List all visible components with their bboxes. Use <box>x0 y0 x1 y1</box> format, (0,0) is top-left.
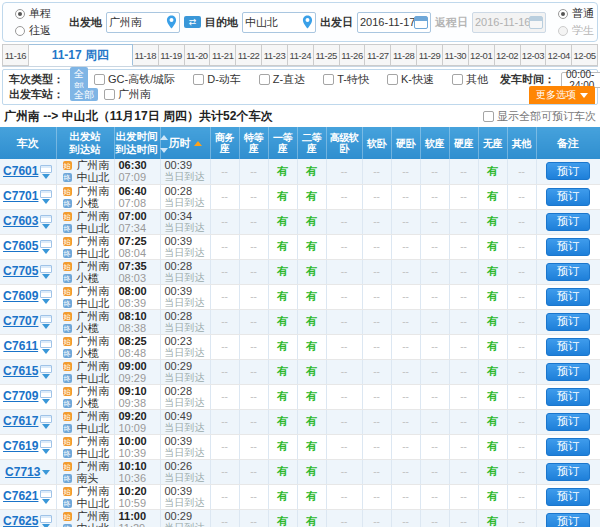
book-button-C7713[interactable]: 预订 <box>546 463 590 481</box>
normal-ticket-radio[interactable]: 普通 <box>558 6 594 21</box>
expand-caret-icon[interactable] <box>42 324 50 329</box>
student-ticket-radio[interactable]: 学生 <box>558 23 594 38</box>
radio-checked-icon <box>15 9 25 19</box>
date-tab-11-18[interactable]: 11-18 <box>133 44 159 66</box>
date-tab-11-17[interactable]: 11-17 周四 <box>29 44 133 66</box>
search-fields: 出发地 ⇄ 目的地 出发日 返程日 <box>69 12 546 33</box>
location-pin-icon[interactable] <box>166 15 177 29</box>
date-tab-12-04[interactable]: 12-04 <box>546 44 572 66</box>
train-link-C7707[interactable]: C7707 <box>3 314 38 328</box>
more-options-label: 更多选项 <box>536 88 576 102</box>
from-input[interactable] <box>109 16 166 28</box>
expand-caret-icon[interactable] <box>42 274 50 279</box>
expand-caret-icon[interactable] <box>42 174 50 179</box>
book-button-C7709[interactable]: 预订 <box>546 388 590 406</box>
train-link-C7609[interactable]: C7609 <box>3 289 38 303</box>
expand-caret-icon[interactable] <box>42 299 50 304</box>
expand-caret-icon[interactable] <box>42 449 50 454</box>
duration: 00:28 <box>161 385 210 397</box>
date-tab-11-26[interactable]: 11-26 <box>340 44 366 66</box>
train-type-filter[interactable]: T-特快 <box>323 72 369 87</box>
seat-特等座: -- <box>239 184 268 209</box>
book-button-C7609[interactable]: 预订 <box>546 288 590 306</box>
date-tab-11-19[interactable]: 11-19 <box>159 44 185 66</box>
date-tab-12-02[interactable]: 12-02 <box>495 44 521 66</box>
book-button-C7603[interactable]: 预订 <box>546 213 590 231</box>
train-type-filter[interactable]: K-快速 <box>387 72 434 87</box>
book-button-C7601[interactable]: 预订 <box>546 162 590 180</box>
col-times-sort[interactable]: 出发时间 到达时间 <box>114 127 160 159</box>
book-button-C7625[interactable]: 预订 <box>546 513 590 527</box>
train-link-C7605[interactable]: C7605 <box>3 239 38 253</box>
book-button-C7701[interactable]: 预订 <box>546 188 590 206</box>
arrive-time: 07:34 <box>115 222 160 234</box>
id-card-icon <box>40 440 52 448</box>
date-tab-11-23[interactable]: 11-23 <box>262 44 288 66</box>
train-link-C7713[interactable]: C7713 <box>5 465 40 479</box>
more-options-button[interactable]: 更多选项 <box>529 86 595 104</box>
book-button-C7705[interactable]: 预订 <box>546 263 590 281</box>
train-link-C7615[interactable]: C7615 <box>3 364 38 378</box>
expand-caret-icon[interactable] <box>42 470 50 475</box>
date-tab-11-16[interactable]: 11-16 <box>2 44 29 66</box>
date-tab-11-20[interactable]: 11-20 <box>185 44 211 66</box>
expand-caret-icon[interactable] <box>42 399 50 404</box>
book-button-C7611[interactable]: 预订 <box>546 338 590 356</box>
date-tab-11-25[interactable]: 11-25 <box>314 44 340 66</box>
show-all-checkbox[interactable]: 显示全部可预订车次 <box>483 109 596 124</box>
depart-time: 10:20 <box>115 485 160 497</box>
col-duration-sort[interactable]: 历时 <box>160 127 210 159</box>
date-tab-12-03[interactable]: 12-03 <box>521 44 547 66</box>
train-link-C7611[interactable]: C7611 <box>3 339 38 353</box>
train-link-C7601[interactable]: C7601 <box>3 164 38 178</box>
book-button-C7619[interactable]: 预订 <box>546 438 590 456</box>
book-button-C7707[interactable]: 预订 <box>546 313 590 331</box>
to-input[interactable] <box>245 16 302 28</box>
train-type-filter[interactable]: D-动车 <box>193 72 241 87</box>
swap-stations-icon[interactable]: ⇄ <box>184 16 201 28</box>
date-tab-11-22[interactable]: 11-22 <box>236 44 262 66</box>
depart-date-input[interactable] <box>360 16 414 28</box>
one-way-radio[interactable]: 单程 <box>15 6 51 21</box>
seat-软座: -- <box>420 234 449 259</box>
expand-caret-icon[interactable] <box>42 199 50 204</box>
calendar-icon[interactable] <box>414 16 428 29</box>
expand-caret-icon[interactable] <box>42 224 50 229</box>
date-tab-12-01[interactable]: 12-01 <box>469 44 495 66</box>
train-link-C7621[interactable]: C7621 <box>3 489 38 503</box>
location-pin-icon[interactable] <box>302 15 313 29</box>
date-tab-11-28[interactable]: 11-28 <box>391 44 417 66</box>
sort-active-icon[interactable] <box>194 141 202 146</box>
book-button-C7617[interactable]: 预订 <box>546 413 590 431</box>
expand-caret-icon[interactable] <box>42 374 50 379</box>
round-trip-radio[interactable]: 往返 <box>15 23 51 38</box>
train-link-C7701[interactable]: C7701 <box>3 189 38 203</box>
train-link-C7625[interactable]: C7625 <box>3 514 38 527</box>
train-type-filter[interactable]: 其他 <box>452 72 488 87</box>
train-link-C7619[interactable]: C7619 <box>3 439 38 453</box>
duration: 00:28 <box>161 185 210 197</box>
expand-caret-icon[interactable] <box>42 249 50 254</box>
seat-特等座: -- <box>239 284 268 309</box>
date-tab-11-29[interactable]: 11-29 <box>417 44 443 66</box>
date-tab-11-27[interactable]: 11-27 <box>365 44 391 66</box>
train-link-C7705[interactable]: C7705 <box>3 264 38 278</box>
date-tab-11-24[interactable]: 11-24 <box>288 44 314 66</box>
book-button-C7621[interactable]: 预订 <box>546 488 590 506</box>
book-button-C7605[interactable]: 预订 <box>546 238 590 256</box>
train-type-filter[interactable]: GC-高铁/城际 <box>94 72 175 87</box>
expand-caret-icon[interactable] <box>42 349 50 354</box>
train-link-C7603[interactable]: C7603 <box>3 214 38 228</box>
expand-caret-icon[interactable] <box>42 499 50 504</box>
depart-station-filter[interactable]: 广州南 <box>104 87 151 102</box>
book-button-C7615[interactable]: 预订 <box>546 363 590 381</box>
date-tab-12-05[interactable]: 12-05 <box>572 44 598 66</box>
all-stations-badge[interactable]: 全部 <box>70 88 98 101</box>
train-link-C7617[interactable]: C7617 <box>3 414 38 428</box>
train-type-filter[interactable]: Z-直达 <box>259 72 305 87</box>
date-tab-11-21[interactable]: 11-21 <box>210 44 236 66</box>
train-link-C7709[interactable]: C7709 <box>3 389 38 403</box>
calendar-icon <box>529 16 543 29</box>
date-tab-11-30[interactable]: 11-30 <box>443 44 469 66</box>
expand-caret-icon[interactable] <box>42 424 50 429</box>
